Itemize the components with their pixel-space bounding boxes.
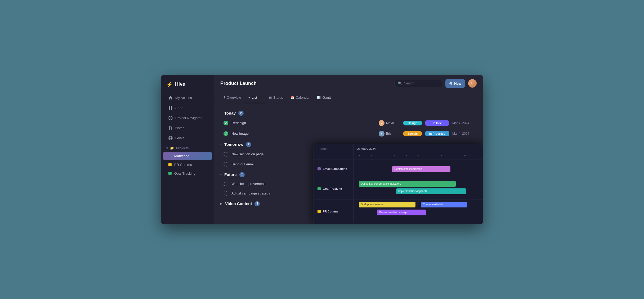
user-avatar[interactable]: U [468, 79, 477, 88]
today-chevron[interactable]: ▾ [220, 112, 222, 115]
today-section-header: ▾ Today 2 [220, 111, 477, 116]
gantt-bar-design-email: Design email templates [392, 166, 450, 172]
pr-comms-dot [168, 163, 172, 166]
future-chevron[interactable]: ▾ [220, 173, 222, 176]
svg-point-5 [170, 117, 171, 118]
search-input[interactable] [404, 81, 439, 85]
email-campaigns-dot [317, 167, 321, 170]
grid-icon [168, 106, 173, 110]
calendar-icon: 📅 [290, 96, 294, 99]
svg-point-8 [170, 138, 171, 138]
gantt-project-pr: PR Comms [314, 200, 354, 223]
file-icon [168, 126, 173, 130]
new-button[interactable]: ⊕ New [445, 79, 465, 88]
task-assignee-maya: M Maya [379, 120, 400, 126]
home-icon [168, 96, 173, 100]
gantt-bar-draft-press: Draft press release [359, 202, 416, 207]
gantt-header-month: Project January 2024 [314, 144, 483, 153]
goal-tracking-dot [168, 172, 172, 175]
gantt-month: January 2024 [354, 144, 483, 153]
task-row[interactable]: ✓ New image E Eric Socials In Progress M… [220, 129, 477, 139]
eric-avatar: E [379, 131, 384, 137]
task-check-newsection[interactable] [223, 152, 228, 157]
plus-icon: ⊕ [449, 81, 453, 86]
goal-tracking-gantt-dot [317, 187, 321, 190]
gantt-project-email: Email Campaigns [314, 160, 354, 178]
sidebar-project-goal-tracking[interactable]: Goal Tracking [163, 169, 212, 178]
marketing-dot [168, 154, 172, 157]
tab-overview[interactable]: ℹ Overview [220, 92, 245, 103]
task-check-sendemail[interactable] [223, 162, 228, 167]
svg-rect-3 [171, 108, 172, 110]
sidebar-project-pr-comms[interactable]: PR Comms [163, 161, 212, 169]
main-wrapper: Product Launch 🔍 ⊕ New U ℹ [214, 75, 483, 224]
list-icon: ≡ [248, 96, 250, 99]
svg-rect-0 [169, 106, 170, 108]
video-chevron[interactable]: ▶ [220, 202, 222, 205]
project-title: Product Launch [220, 81, 257, 86]
gantt-bars-email: Design email templates [354, 160, 483, 178]
status-icon: ▦ [269, 96, 272, 99]
gantt-row-pr-comms: PR Comms Draft press release Create medi… [314, 200, 483, 223]
task-check-redesign[interactable]: ✓ [223, 121, 228, 125]
tab-calendar[interactable]: 📅 Calendar [287, 92, 314, 103]
tab-list[interactable]: ≡ List ⋮ [245, 92, 265, 103]
sidebar-item-apps[interactable]: Apps [163, 103, 212, 113]
task-assignee-eric: E Eric [379, 131, 400, 137]
gantt-project-label: Project [314, 144, 354, 153]
compass-icon [168, 116, 173, 120]
app-container: ⚡ Hive My Actions Apps Project Navigator [161, 75, 483, 224]
overview-icon: ℹ [224, 96, 225, 99]
gantt-bars-pr: Draft press release Create media list Mo… [354, 200, 483, 223]
sidebar-item-goals[interactable]: Goals [163, 133, 212, 143]
task-check-newimage[interactable]: ✓ [223, 131, 228, 136]
task-check-website[interactable] [223, 182, 228, 186]
gantt-date-labels: 1 2 3 4 5 6 7 8 9 10 1 [354, 153, 483, 160]
gantt-header-dates: 1 2 3 4 5 6 7 8 9 10 1 [314, 153, 483, 160]
gantt-bars-goal: Define key performance indicators Implem… [354, 178, 483, 199]
gantt-bar-implement-tracking: Implement tracking tools [396, 188, 466, 194]
tag-design: Design [403, 121, 422, 125]
sidebar: ⚡ Hive My Actions Apps Project Navigator [161, 75, 214, 224]
main-header: Product Launch 🔍 ⊕ New U [214, 75, 483, 92]
target-icon [168, 136, 173, 140]
search-box[interactable]: 🔍 [395, 80, 442, 87]
task-check-campaign[interactable] [223, 191, 228, 196]
nav-tabs: ℹ Overview ≡ List ⋮ ▦ Status 📅 Calendar [214, 92, 483, 103]
gantt-overlay: Project January 2024 1 2 3 4 5 6 7 8 [314, 144, 483, 224]
gantt-project-goal: Goal Tracking [314, 178, 354, 199]
pr-comms-gantt-dot [317, 210, 321, 213]
sidebar-item-my-actions[interactable]: My Actions [163, 93, 212, 103]
header-actions: 🔍 ⊕ New U [395, 79, 477, 88]
sidebar-project-marketing[interactable]: Marketing [163, 152, 212, 160]
gantt-bar-define-kpi: Define key performance indicators [359, 181, 456, 187]
tab-status[interactable]: ▦ Status [265, 92, 287, 103]
sidebar-item-project-navigator[interactable]: Project Navigator [163, 113, 212, 123]
gantt-bar-monitor-media: Monitor media coverage [377, 210, 426, 215]
status-inprogress: In Progress [425, 131, 449, 136]
gantt-row-email-campaigns: Email Campaigns Design email templates [314, 160, 483, 178]
tag-socials: Socials [403, 131, 422, 136]
sidebar-item-notes[interactable]: Notes [163, 123, 212, 133]
sidebar-logo: ⚡ Hive [161, 79, 214, 93]
svg-rect-1 [171, 106, 172, 108]
gantt-icon: 📊 [317, 96, 321, 99]
hive-logo-icon: ⚡ [166, 81, 173, 88]
gantt-row-goal-tracking: Goal Tracking Define key performance ind… [314, 178, 483, 200]
chevron-down-icon: ▾ [166, 146, 168, 150]
hive-logo-text: Hive [175, 81, 185, 87]
projects-section-header: ▾ 📁 Projects [161, 143, 214, 152]
svg-rect-2 [169, 108, 170, 110]
gantt-bar-create-media: Create media list [421, 202, 467, 207]
search-icon: 🔍 [398, 81, 402, 85]
folder-icon: 📁 [170, 146, 174, 150]
status-indev: In Dev [425, 120, 449, 126]
tomorrow-chevron[interactable]: ▾ [220, 143, 222, 146]
tab-gantt[interactable]: 📊 Gantt [313, 92, 334, 103]
task-row[interactable]: ✓ Redesign M Maya Design In Dev Mar 4, 2… [220, 118, 477, 128]
maya-avatar: M [379, 120, 384, 126]
